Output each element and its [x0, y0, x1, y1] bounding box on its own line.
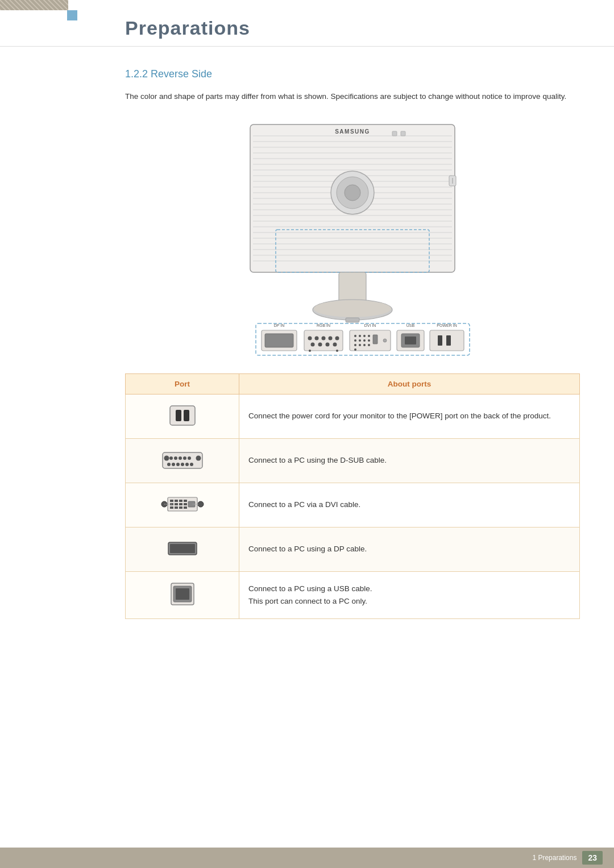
svg-point-67: [354, 348, 356, 351]
table-row: Connect to a PC via a DVI cable.: [126, 483, 580, 527]
svg-point-43: [322, 336, 326, 340]
svg-point-90: [167, 463, 171, 466]
svg-point-59: [359, 339, 361, 342]
svg-rect-115: [170, 544, 195, 553]
svg-text:POWER IN: POWER IN: [437, 323, 457, 327]
svg-point-56: [363, 335, 366, 337]
port-icon-power: [126, 394, 239, 438]
svg-rect-100: [175, 500, 178, 502]
svg-point-94: [185, 463, 189, 466]
svg-point-48: [326, 342, 330, 346]
svg-rect-36: [346, 318, 359, 322]
svg-rect-102: [184, 500, 187, 502]
svg-rect-101: [179, 500, 182, 502]
svg-point-61: [368, 339, 370, 342]
section-heading: 1.2.2 Reverse Side: [125, 68, 580, 80]
table-header-port: Port: [126, 373, 239, 394]
svg-rect-118: [176, 588, 189, 600]
top-decorative-stripe: [0, 0, 68, 10]
svg-point-89: [196, 455, 201, 460]
port-desc-power: Connect the power cord for your monitor …: [239, 394, 580, 438]
svg-rect-28: [392, 131, 397, 136]
footer-page-number: 23: [582, 851, 603, 865]
svg-point-83: [164, 455, 169, 460]
svg-rect-106: [184, 503, 187, 505]
svg-point-27: [345, 185, 360, 201]
svg-point-55: [359, 335, 361, 337]
svg-point-51: [336, 350, 338, 352]
svg-rect-75: [438, 335, 442, 346]
table-header-about: About ports: [239, 373, 580, 394]
svg-point-50: [309, 350, 311, 352]
svg-rect-107: [170, 506, 173, 509]
svg-rect-104: [175, 503, 178, 505]
svg-point-41: [308, 336, 312, 340]
port-desc-vga: Connect to a PC using the D-SUB cable.: [239, 438, 580, 483]
svg-rect-79: [170, 406, 195, 425]
monitor-back-svg: SAMSUNG: [188, 119, 517, 358]
page-title-bar: Preparations: [0, 10, 614, 47]
monitor-illustration: SAMSUNG: [125, 119, 580, 360]
svg-point-85: [174, 456, 177, 460]
svg-point-35: [314, 300, 391, 317]
ports-table: Port About ports Connect the power cord …: [125, 373, 580, 619]
svg-rect-109: [179, 506, 182, 509]
svg-text:DVI IN: DVI IN: [364, 323, 376, 327]
svg-point-57: [368, 335, 370, 337]
svg-rect-76: [446, 335, 451, 346]
svg-text:USB: USB: [406, 323, 415, 327]
port-desc-dvi: Connect to a PC via a DVI cable.: [239, 483, 580, 527]
svg-point-86: [179, 456, 182, 460]
svg-point-42: [315, 336, 319, 340]
svg-point-97: [198, 501, 204, 507]
svg-text:DP IN: DP IN: [274, 323, 285, 327]
svg-rect-33: [339, 272, 366, 304]
svg-point-44: [329, 336, 333, 340]
svg-point-64: [359, 344, 361, 346]
svg-point-58: [354, 339, 356, 342]
svg-rect-99: [170, 500, 173, 502]
table-row: Connect the power cord for your monitor …: [126, 394, 580, 438]
svg-point-47: [318, 342, 322, 346]
svg-point-63: [354, 344, 356, 346]
svg-rect-29: [401, 131, 405, 136]
svg-point-66: [368, 344, 370, 346]
svg-point-65: [363, 344, 366, 346]
table-row: Connect to a PC using the D-SUB cable.: [126, 438, 580, 483]
footer: 1 Preparations 23: [0, 848, 614, 868]
port-desc-usb: Connect to a PC using a USB cable.This p…: [239, 571, 580, 618]
svg-point-60: [363, 339, 366, 342]
svg-point-87: [183, 456, 186, 460]
svg-rect-108: [175, 506, 178, 509]
svg-point-92: [176, 463, 180, 466]
monitor-wrapper: SAMSUNG: [188, 119, 517, 360]
footer-section-text: 1 Preparations: [532, 854, 576, 862]
svg-text:SAMSUNG: SAMSUNG: [335, 128, 370, 135]
port-icon-dp: [126, 527, 239, 571]
main-content: 1.2.2 Reverse Side The color and shape o…: [125, 63, 580, 619]
svg-text:RGB IN: RGB IN: [317, 323, 330, 327]
port-icon-dvi: [126, 483, 239, 527]
svg-rect-40: [304, 330, 343, 351]
port-desc-dp: Connect to a PC using a DP cable.: [239, 527, 580, 571]
port-icon-vga: [126, 438, 239, 483]
svg-point-93: [181, 463, 184, 466]
svg-rect-110: [184, 506, 187, 509]
page-title: Preparations: [125, 17, 614, 39]
svg-point-91: [172, 463, 175, 466]
port-icon-usb: [126, 571, 239, 618]
svg-rect-80: [176, 410, 181, 421]
svg-point-95: [190, 463, 193, 466]
svg-rect-62: [373, 335, 377, 344]
svg-point-68: [383, 339, 387, 342]
svg-point-88: [188, 456, 191, 460]
svg-rect-105: [179, 503, 182, 505]
svg-rect-38: [265, 334, 293, 347]
table-row: Connect to a PC using a USB cable.This p…: [126, 571, 580, 618]
svg-point-84: [169, 456, 173, 460]
table-row: Connect to a PC using a DP cable.: [126, 527, 580, 571]
svg-rect-81: [184, 410, 189, 421]
svg-point-46: [311, 342, 315, 346]
description-text: The color and shape of parts may differ …: [125, 90, 580, 103]
svg-point-49: [333, 342, 337, 346]
